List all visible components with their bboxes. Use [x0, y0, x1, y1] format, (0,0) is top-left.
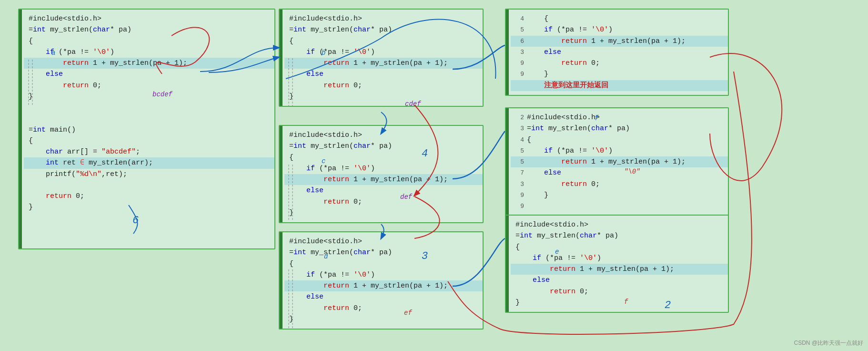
annotation-a: a: [51, 49, 55, 57]
line: {: [289, 258, 478, 269]
line: int ret ∈ my_strlen(arr);: [24, 157, 274, 168]
line: }: [515, 297, 723, 308]
line: =int my_strlen(char* pa): [289, 247, 478, 258]
line: [29, 113, 270, 124]
line: {: [29, 135, 270, 146]
annotation-c: c: [322, 157, 325, 165]
line: 6 return 1 + my_strlen(pa + 1);: [511, 36, 728, 47]
line: {: [515, 242, 723, 253]
line: #include<stdio.h>: [289, 130, 478, 141]
code-panel-1: #include<stdio.h> =int my_strlen(char* p…: [18, 9, 275, 249]
annotation-6: 6: [132, 215, 139, 227]
line: else: [29, 69, 270, 80]
annotation-f-top: f: [595, 114, 598, 122]
annotation-f-bot: f: [624, 298, 628, 306]
line: 5 return 1 + my_strlen(pa + 1);: [511, 156, 728, 167]
line: }: [289, 314, 478, 325]
line: =int my_strlen(char* pa): [289, 141, 478, 152]
annotation-ef: ef: [404, 309, 412, 317]
code-panel-7: #include<stdio.h> =int my_strlen(char* p…: [505, 215, 729, 313]
line: 2#include<stdio.h>: [515, 112, 723, 123]
line: if (*pa != '\0'): [289, 163, 478, 174]
line: {: [289, 152, 478, 163]
line: {: [289, 36, 478, 47]
line: }: [29, 202, 270, 213]
line: #include<stdio.h>: [515, 219, 723, 230]
code-panel-5: 4 { 5 if (*pa != '\0') 6 return 1 + my_s…: [505, 9, 729, 96]
line: if (*pa != '\0'): [289, 269, 478, 280]
line: =int my_strlen(char* pa): [515, 230, 723, 241]
line: if (*pa != '\0'): [515, 253, 723, 264]
line: }: [289, 91, 478, 102]
line: 9 return 0;: [515, 58, 723, 69]
line: #include<stdio.h>: [289, 13, 478, 24]
line: return 0;: [289, 196, 478, 207]
watermark: CSDN @比昨天强一点就好: [794, 339, 863, 347]
line: return 0;: [29, 80, 270, 91]
line: 注意到这里开始返回: [511, 80, 728, 91]
line: 9 }: [515, 69, 723, 80]
line: =int main(): [29, 124, 270, 135]
line: if (*pa != '\0'): [289, 47, 478, 58]
line: else: [289, 291, 478, 302]
annotation-2: 2: [665, 299, 671, 311]
line: 9 }: [515, 190, 723, 201]
code-panel-6: 2#include<stdio.h> 3=int my_strlen(char*…: [505, 107, 729, 217]
annotation-3: 3: [422, 250, 428, 262]
line: return 0;: [29, 191, 270, 202]
line: }: [29, 91, 270, 102]
line: else: [515, 275, 723, 286]
code-panel-2: #include<stdio.h> =int my_strlen(char* p…: [279, 9, 484, 107]
line: 3 else: [515, 47, 723, 58]
line: }: [289, 207, 478, 218]
line: #include<stdio.h>: [289, 236, 478, 247]
line: else: [289, 185, 478, 196]
line: 7 else: [515, 167, 723, 178]
annotation-cdef: cdef: [405, 100, 421, 108]
annotation-bcdef: bcdef: [152, 91, 172, 98]
annotation-def: def: [400, 193, 412, 201]
line: return 1 + my_strlen(pa + 1);: [284, 58, 483, 69]
line: 4 {: [515, 13, 723, 24]
line: {: [29, 36, 270, 47]
line: [29, 180, 270, 191]
line: 5 if (*pa != '\0'): [515, 145, 723, 156]
annotation-d: d: [324, 253, 328, 260]
line: else: [289, 69, 478, 80]
line: #include<stdio.h>: [29, 13, 270, 24]
line: return 1 + my_strlen(pa + 1);: [24, 58, 274, 69]
line: 3 return 0;: [515, 179, 723, 190]
line: return 1 + my_strlen(pa + 1);: [511, 264, 728, 275]
line: return 0;: [289, 80, 478, 91]
line: [29, 102, 270, 113]
line: =int my_strlen(char* pa): [289, 24, 478, 35]
line: printf("%d\n",ret);: [29, 169, 270, 180]
annotation-4: 4: [422, 148, 428, 160]
line: return 0;: [515, 286, 723, 297]
line: if (*pa != '\0'): [29, 47, 270, 58]
line: 3=int my_strlen(char* pa): [515, 123, 723, 134]
line: =int my_strlen(char* pa): [29, 24, 270, 35]
line: return 1 + my_strlen(pa + 1);: [284, 174, 483, 185]
line: 5 if (*pa != '\0'): [515, 24, 723, 35]
code-panel-3: #include<stdio.h> =int my_strlen(char* p…: [279, 125, 484, 223]
code-panel-4: #include<stdio.h> =int my_strlen(char* p…: [279, 231, 484, 330]
line: char arr[] = "abcdef";: [29, 146, 270, 157]
line: return 1 + my_strlen(pa + 1);: [284, 280, 483, 291]
line: 4{: [515, 134, 723, 145]
line: return 0;: [289, 303, 478, 314]
line: 9: [515, 201, 723, 212]
annotation-e: e: [555, 248, 559, 256]
annotation-backslash0: "\0": [624, 168, 640, 176]
annotation-b: b: [322, 49, 325, 57]
